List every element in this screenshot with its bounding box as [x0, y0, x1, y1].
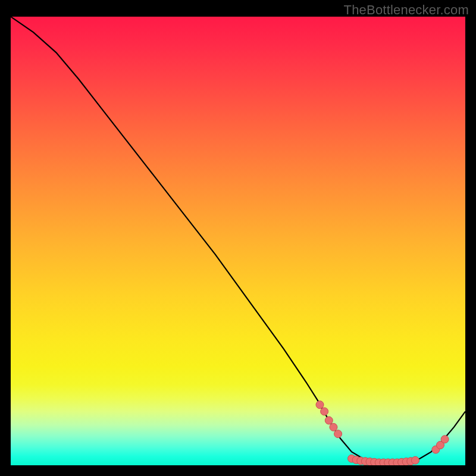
chart-marker: [321, 408, 328, 415]
chart-marker: [411, 456, 419, 464]
chart-svg-overlay: [11, 17, 465, 465]
chart-marker: [330, 423, 337, 431]
attribution-text: TheBottlenecker.com: [344, 2, 469, 18]
chart-curve: [11, 17, 465, 463]
chart-marker: [334, 430, 342, 438]
chart-marker: [441, 436, 449, 443]
chart-plot-area: [11, 17, 465, 465]
chart-marker: [316, 401, 324, 409]
chart-markers: [316, 401, 449, 465]
chart-marker: [325, 416, 333, 424]
